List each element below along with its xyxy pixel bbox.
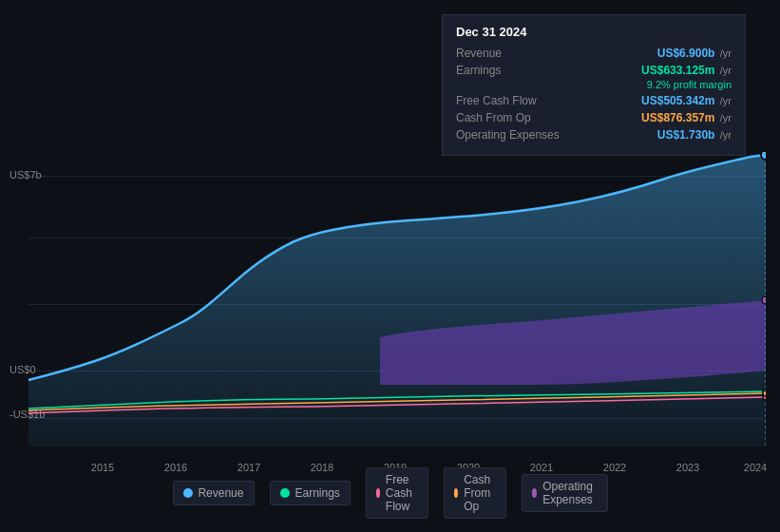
tooltip-row-cashop: Cash From Op US$876.357m /yr <box>456 111 732 124</box>
x-label-2023: 2023 <box>676 462 699 473</box>
tooltip-row-fcf: Free Cash Flow US$505.342m /yr <box>456 94 732 107</box>
tooltip-date: Dec 31 2024 <box>456 25 732 39</box>
tooltip-unit-revenue: /yr <box>720 48 732 59</box>
tooltip-row-earnings: Earnings US$633.125m /yr <box>456 64 732 77</box>
legend-item-opex[interactable]: Operating Expenses <box>522 474 608 512</box>
tooltip-value-revenue: US$6.900b <box>657 47 715 60</box>
legend-label-revenue: Revenue <box>198 486 243 500</box>
opex-dot <box>762 296 766 304</box>
legend-item-revenue[interactable]: Revenue <box>172 481 254 505</box>
tooltip-value-earnings: US$633.125m <box>641 64 714 77</box>
legend-dot-fcf <box>376 488 380 498</box>
legend-dot-cashop <box>454 488 458 498</box>
cashop-dot <box>763 390 766 396</box>
legend: Revenue Earnings Free Cash Flow Cash Fro… <box>172 467 607 519</box>
legend-item-cashop[interactable]: Cash From Op <box>444 467 506 519</box>
tooltip-profit-margin: 9.2% profit margin <box>647 79 732 90</box>
tooltip-box: Dec 31 2024 Revenue US$6.900b /yr Earnin… <box>442 14 746 156</box>
tooltip-row-opex: Operating Expenses US$1.730b /yr <box>456 128 732 142</box>
legend-label-cashop: Cash From Op <box>464 473 496 513</box>
chart-container: US$7b US$0 -US$1b <box>0 0 780 532</box>
tooltip-label-earnings: Earnings <box>456 64 561 77</box>
tooltip-label-fcf: Free Cash Flow <box>456 94 561 107</box>
tooltip-row-margin: 9.2% profit margin <box>456 79 732 90</box>
revenue-dot <box>761 152 766 160</box>
legend-label-earnings: Earnings <box>295 486 339 500</box>
tooltip-value-cashop: US$876.357m <box>641 111 714 124</box>
tooltip-label-opex: Operating Expenses <box>456 128 561 142</box>
legend-item-fcf[interactable]: Free Cash Flow <box>366 467 428 519</box>
tooltip-unit-fcf: /yr <box>720 95 732 106</box>
tooltip-value-fcf: US$505.342m <box>641 94 714 107</box>
tooltip-unit-earnings: /yr <box>720 65 732 76</box>
legend-item-earnings[interactable]: Earnings <box>269 481 350 505</box>
x-label-2015: 2015 <box>91 462 114 473</box>
legend-label-opex: Operating Expenses <box>542 480 597 506</box>
tooltip-label-cashop: Cash From Op <box>456 111 561 124</box>
tooltip-unit-cashop: /yr <box>720 112 732 124</box>
legend-label-fcf: Free Cash Flow <box>386 473 418 513</box>
legend-dot-earnings <box>279 488 289 498</box>
tooltip-row-revenue: Revenue US$6.900b /yr <box>456 47 732 60</box>
legend-dot-revenue <box>182 488 192 498</box>
tooltip-unit-opex: /yr <box>720 129 732 141</box>
x-label-2024: 2024 <box>744 462 767 473</box>
main-chart-svg <box>29 152 766 446</box>
tooltip-value-opex: US$1.730b <box>657 128 715 142</box>
legend-dot-opex <box>532 488 537 498</box>
tooltip-label-revenue: Revenue <box>456 47 561 60</box>
